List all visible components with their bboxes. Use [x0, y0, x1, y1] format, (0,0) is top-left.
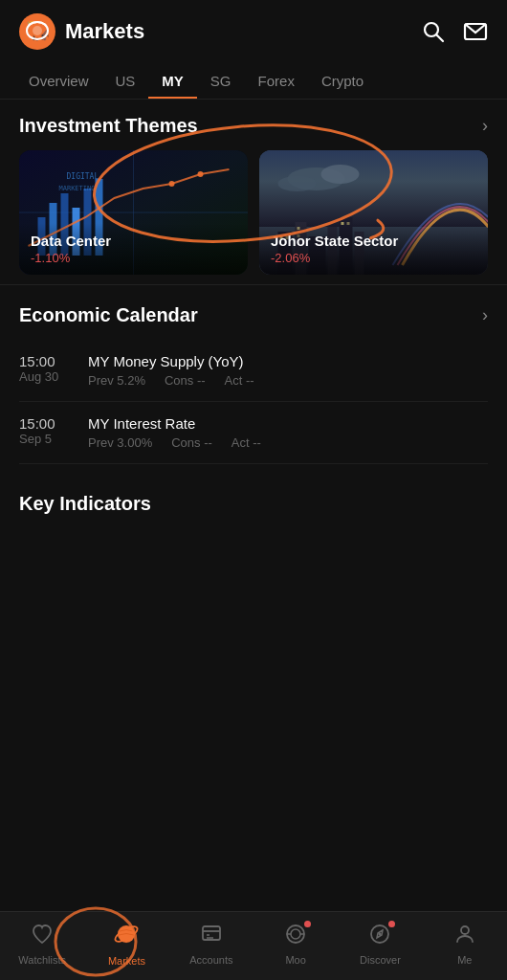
tab-us[interactable]: US: [102, 65, 149, 99]
tab-overview[interactable]: Overview: [15, 65, 102, 99]
bottom-nav: Watchlists Markets Ac: [0, 911, 507, 980]
datacenter-name: Data Center: [31, 233, 236, 249]
econ-cons-1: Cons --: [165, 373, 206, 388]
nav-tabs: Overview US MY SG Forex Crypto: [0, 59, 507, 100]
theme-card-johor[interactable]: Johor State Sector -2.06%: [259, 150, 488, 275]
svg-point-19: [169, 181, 175, 187]
johor-name: Johor State Sector: [271, 233, 476, 249]
header-icons: [421, 19, 488, 44]
economic-calendar-section: Economic Calendar › 15:00 Aug 30 MY Mone…: [0, 284, 507, 474]
svg-text:MARKETING: MARKETING: [59, 185, 96, 192]
econ-item-1[interactable]: 15:00 Aug 30 MY Money Supply (YoY) Prev …: [19, 340, 488, 402]
bottom-nav-watchlists[interactable]: Watchlists: [13, 923, 71, 966]
search-icon: [421, 19, 446, 44]
johor-change: -2.06%: [271, 251, 476, 265]
discover-icon: [368, 923, 391, 951]
planet-icon: [114, 922, 139, 952]
svg-point-53: [379, 933, 382, 936]
datacenter-card-content: Data Center -1.10%: [19, 223, 248, 275]
tab-sg[interactable]: SG: [197, 65, 245, 99]
heart-icon: [31, 923, 54, 951]
econ-date-1: Aug 30: [19, 369, 73, 384]
econ-time-1: 15:00 Aug 30: [19, 353, 73, 384]
svg-point-24: [321, 165, 360, 184]
person-icon: [453, 923, 476, 951]
svg-line-5: [437, 35, 444, 42]
key-indicators-header: Key Indicators: [19, 493, 488, 515]
key-indicators-section: Key Indicators: [0, 474, 507, 538]
mail-icon: [463, 19, 488, 44]
bottom-nav-markets[interactable]: Markets: [98, 922, 155, 967]
econ-time-2: 15:00 Sep 5: [19, 415, 73, 446]
header-title: Markets: [65, 19, 144, 44]
moo-label: Moo: [285, 954, 305, 966]
search-button[interactable]: [421, 19, 446, 44]
tab-my[interactable]: MY: [148, 65, 197, 99]
header-left: 🐂 Markets: [19, 13, 144, 50]
watchlists-label: Watchlists: [18, 954, 66, 966]
johor-card-content: Johor State Sector -2.06%: [259, 223, 488, 275]
econ-act-2: Act --: [231, 435, 261, 450]
markets-label: Markets: [108, 955, 145, 967]
economic-calendar-header: Economic Calendar ›: [19, 304, 488, 326]
theme-card-datacenter[interactable]: DIGITAL MARKETING Data Center -1.10%: [19, 150, 248, 275]
tab-crypto[interactable]: Crypto: [308, 65, 377, 99]
bottom-nav-discover[interactable]: Discover: [351, 923, 408, 966]
investment-themes-wrapper: Investment Themes ›: [0, 100, 507, 284]
econ-body-1: MY Money Supply (YoY) Prev 5.2% Cons -- …: [88, 353, 488, 388]
econ-time-val-1: 15:00: [19, 353, 73, 369]
svg-point-25: [278, 176, 317, 191]
investment-themes-section: Investment Themes ›: [0, 100, 507, 284]
econ-stats-1: Prev 5.2% Cons -- Act --: [88, 373, 488, 388]
investment-themes-arrow: ›: [482, 116, 488, 136]
economic-calendar-title: Economic Calendar: [19, 304, 198, 326]
bottom-nav-me[interactable]: Me: [436, 923, 494, 966]
econ-item-2[interactable]: 15:00 Sep 5 MY Interest Rate Prev 3.00% …: [19, 402, 488, 464]
econ-prev-2: Prev 3.00%: [88, 435, 152, 450]
investment-themes-header: Investment Themes ›: [19, 115, 488, 137]
econ-name-1: MY Money Supply (YoY): [88, 353, 488, 369]
logo-icon: 🐂: [19, 13, 55, 50]
key-indicators-title: Key Indicators: [19, 493, 151, 515]
svg-point-48: [291, 929, 300, 939]
discover-label: Discover: [360, 954, 401, 966]
theme-cards: DIGITAL MARKETING Data Center -1.10%: [19, 150, 488, 275]
datacenter-change: -1.10%: [31, 251, 236, 265]
econ-prev-1: Prev 5.2%: [88, 373, 145, 388]
econ-name-2: MY Interest Rate: [88, 415, 488, 432]
economic-calendar-arrow: ›: [482, 305, 488, 325]
svg-point-20: [198, 171, 204, 177]
svg-point-3: [33, 26, 42, 35]
investment-themes-title: Investment Themes: [19, 115, 198, 137]
mail-button[interactable]: [463, 19, 488, 44]
accounts-icon: [200, 923, 223, 951]
svg-point-54: [461, 926, 469, 934]
bottom-nav-accounts[interactable]: Accounts: [183, 923, 240, 966]
econ-body-2: MY Interest Rate Prev 3.00% Cons -- Act …: [88, 415, 488, 450]
econ-time-val-2: 15:00: [19, 415, 73, 432]
me-label: Me: [457, 954, 472, 966]
econ-stats-2: Prev 3.00% Cons -- Act --: [88, 435, 488, 450]
tab-forex[interactable]: Forex: [245, 65, 308, 99]
econ-date-2: Sep 5: [19, 432, 73, 446]
econ-cons-2: Cons --: [171, 435, 212, 450]
discover-badge: [388, 921, 395, 927]
econ-act-1: Act --: [225, 373, 254, 388]
moo-icon: [284, 923, 307, 951]
header: 🐂 Markets: [0, 0, 507, 59]
bottom-nav-moo[interactable]: Moo: [267, 923, 324, 966]
accounts-label: Accounts: [189, 954, 232, 966]
moo-badge: [304, 921, 311, 927]
svg-text:DIGITAL: DIGITAL: [67, 172, 99, 181]
